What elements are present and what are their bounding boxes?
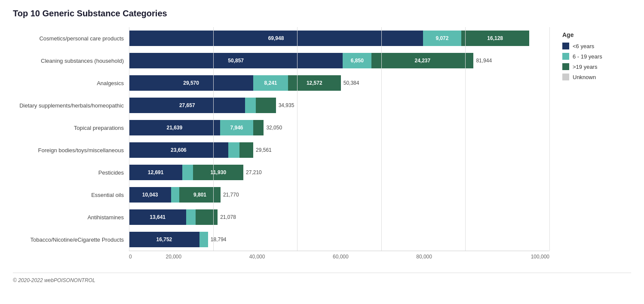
bar-segment-age6to19: 8,241 <box>253 75 288 91</box>
bar-row: Essential oils10,0439,80121,770 <box>13 184 549 206</box>
bar-label: Antihistamines <box>13 214 129 221</box>
bar-row: Analgesics29,5708,24112,57250,384 <box>13 72 549 94</box>
bar-total-label: 21,078 <box>220 214 236 220</box>
bar-track: 69,9489,07216,128 <box>129 31 549 46</box>
bar-segment-gt19: 16,128 <box>461 31 529 46</box>
bar-segment-gt19 <box>253 120 264 135</box>
bars-container: Cosmetics/personal care products69,9489,… <box>13 27 549 251</box>
bar-segment-lt6: 12,691 <box>129 165 182 180</box>
chart-main: Cosmetics/personal care products69,9489,… <box>13 27 549 260</box>
bar-row: Pesticides12,69111,93027,210 <box>13 161 549 184</box>
legend-swatch <box>562 74 569 80</box>
legend-label: <6 years <box>573 43 594 49</box>
x-tick: 20,000 <box>132 254 215 260</box>
bar-segment-age6to19 <box>199 232 208 247</box>
chart-area: Cosmetics/personal care products69,9489,… <box>13 27 631 260</box>
bar-segment-gt19: 9,801 <box>179 187 221 203</box>
bar-segment-age6to19: 9,072 <box>423 31 461 46</box>
bar-label: Dietary supplements/herbals/homeopathic <box>13 102 129 109</box>
bar-segment-lt6: 13,641 <box>129 209 186 225</box>
grid-line <box>549 27 550 251</box>
legend-swatch <box>562 63 569 70</box>
bar-track: 29,5708,24112,57250,384 <box>129 75 549 91</box>
bar-label: Pesticides <box>13 169 129 176</box>
bar-segment-gt19 <box>256 98 276 113</box>
legend-item: 6 - 19 years <box>562 53 631 60</box>
bar-total-label: 29,561 <box>256 147 272 153</box>
bar-label: Cleaning substances (household) <box>13 58 129 64</box>
bar-segment-gt19: 12,572 <box>288 75 341 91</box>
bar-total-label: 32,050 <box>266 125 282 131</box>
bar-label: Cosmetics/personal care products <box>13 35 129 42</box>
legend-label: Unknown <box>573 74 596 80</box>
legend-label: 6 - 19 years <box>573 53 602 60</box>
bar-segment-lt6: 27,657 <box>129 98 245 113</box>
bar-label: Essential oils <box>13 192 129 198</box>
bar-segment-age6to19 <box>171 187 179 203</box>
bar-row: Topical preparations21,6397,94632,050 <box>13 117 549 139</box>
bar-segment-lt6: 10,043 <box>129 187 171 203</box>
x-tick: 80,000 <box>382 254 466 260</box>
bar-track: 23,60629,561 <box>129 142 549 158</box>
legend-items: <6 years6 - 19 years>19 yearsUnknown <box>562 43 631 80</box>
bar-track: 12,69111,93027,210 <box>129 165 549 180</box>
x-axis: 020,00040,00060,00080,000100,000 <box>129 251 549 260</box>
bar-track: 27,65734,935 <box>129 98 549 113</box>
legend-swatch <box>562 53 569 60</box>
bar-total-label: 27,210 <box>246 169 262 175</box>
bar-track: 13,64121,078 <box>129 209 549 225</box>
bar-row: Dietary supplements/herbals/homeopathic2… <box>13 94 549 117</box>
bar-segment-lt6: 69,948 <box>129 31 423 46</box>
bar-track: 21,6397,94632,050 <box>129 120 549 135</box>
bar-label: Analgesics <box>13 80 129 86</box>
legend-title: Age <box>562 31 631 38</box>
bars-wrapper: Cosmetics/personal care products69,9489,… <box>13 27 549 251</box>
legend-item: >19 years <box>562 63 631 70</box>
bar-label: Foreign bodies/toys/miscellaneous <box>13 147 129 154</box>
bar-row: Tobacco/Nicotine/eCigarette Products16,7… <box>13 228 549 251</box>
bar-row: Antihistamines13,64121,078 <box>13 206 549 228</box>
bar-segment-lt6: 23,606 <box>129 142 228 158</box>
bar-label: Topical preparations <box>13 125 129 131</box>
bar-track: 10,0439,80121,770 <box>129 187 549 203</box>
bar-label: Tobacco/Nicotine/eCigarette Products <box>13 236 129 243</box>
bar-row: Cosmetics/personal care products69,9489,… <box>13 27 549 49</box>
legend-item: Unknown <box>562 74 631 80</box>
legend-item: <6 years <box>562 43 631 49</box>
bar-segment-gt19: 24,237 <box>371 53 473 68</box>
legend-swatch <box>562 43 569 49</box>
legend: Age <6 years6 - 19 years>19 yearsUnknown <box>562 31 631 84</box>
bar-segment-gt19: 11,930 <box>193 165 243 180</box>
bar-segment-lt6: 50,857 <box>129 53 343 68</box>
bar-segment-age6to19 <box>228 142 239 158</box>
chart-title: Top 10 Generic Substance Categories <box>13 9 631 18</box>
bar-track: 50,8576,85024,23781,944 <box>129 53 549 68</box>
legend-label: >19 years <box>573 64 597 70</box>
bar-row: Cleaning substances (household)50,8576,8… <box>13 49 549 72</box>
bar-total-label: 18,794 <box>211 236 227 243</box>
bar-segment-lt6: 29,570 <box>129 75 253 91</box>
bar-segment-age6to19 <box>182 165 193 180</box>
bar-segment-lt6: 21,639 <box>129 120 220 135</box>
bar-total-label: 81,944 <box>476 58 492 64</box>
bar-total-label: 21,770 <box>223 192 239 198</box>
bar-segment-age6to19: 6,850 <box>343 53 371 68</box>
bar-segment-lt6: 16,752 <box>129 232 199 247</box>
bar-track: 16,75218,794 <box>129 232 549 247</box>
bar-segment-age6to19 <box>245 98 255 113</box>
bar-segment-gt19 <box>239 142 253 158</box>
bar-total-label: 34,935 <box>279 102 294 108</box>
chart-footer: © 2020-2022 webPOISONONTROL <box>13 273 631 283</box>
x-tick: 60,000 <box>299 254 382 260</box>
x-tick: 100,000 <box>466 254 549 260</box>
x-tick: 0 <box>129 254 132 260</box>
bar-total-label: 50,384 <box>343 80 359 86</box>
bar-row: Foreign bodies/toys/miscellaneous23,6062… <box>13 139 549 161</box>
bar-segment-age6to19: 7,946 <box>220 120 254 135</box>
bar-segment-gt19 <box>196 209 218 225</box>
bar-segment-age6to19 <box>186 209 196 225</box>
x-tick: 40,000 <box>215 254 299 260</box>
